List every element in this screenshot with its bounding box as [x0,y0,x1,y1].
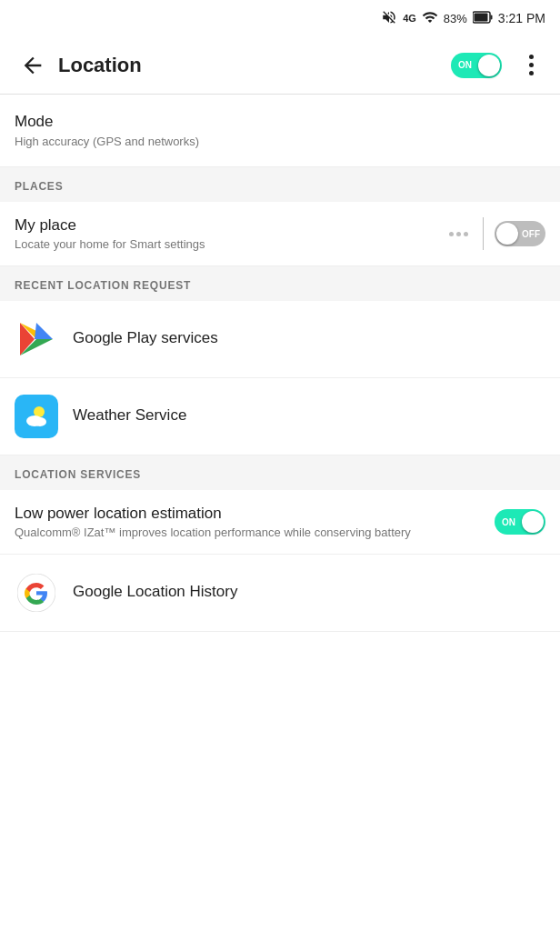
status-icons: 4G 83% 3:21 PM [381,9,545,28]
low-power-location-content: Low power location estimation Qualcomm® … [15,505,480,539]
page-title: Location [58,54,451,77]
divider [483,217,484,250]
google-play-services-item[interactable]: Google Play services [0,301,560,378]
low-power-toggle-thumb [522,511,544,533]
svg-point-6 [27,418,36,425]
menu-dot-1 [529,55,534,59]
low-power-location-item[interactable]: Low power location estimation Qualcomm® … [0,490,560,555]
back-button[interactable] [15,47,51,84]
google-play-services-title: Google Play services [73,329,218,347]
menu-dot-3 [529,71,534,75]
my-place-content: My place Locate your home for Smart sett… [15,216,445,251]
toggle-thumb [478,55,500,76]
my-place-more-button[interactable] [445,228,472,240]
mode-title: Mode [15,113,545,131]
more-dot-2 [456,232,461,236]
google-icon [15,571,58,615]
location-services-section-header: LOCATION SERVICES [0,455,560,490]
signal-icon [422,9,438,28]
my-place-actions: OFF [445,217,545,250]
time-display: 3:21 PM [498,11,545,25]
toggle-on-label: ON [458,60,472,70]
more-dot-3 [464,232,468,236]
svg-rect-2 [490,15,492,19]
my-place-subtitle: Locate your home for Smart settings [15,237,445,251]
status-bar: 4G 83% 3:21 PM [0,0,560,36]
low-power-toggle-label: ON [502,517,515,527]
weather-icon [15,395,58,438]
menu-dot-2 [529,63,534,67]
mode-subtitle: High accuracy (GPS and networks) [15,135,545,148]
low-power-toggle[interactable]: ON [495,509,545,535]
more-dot-1 [449,232,454,236]
battery-icon [473,11,493,26]
my-place-toggle-label: OFF [522,229,540,239]
google-location-history-title: Google Location History [73,583,237,601]
recent-section-header: RECENT LOCATION REQUEST [0,266,560,301]
my-place-toggle[interactable]: OFF [495,221,545,246]
location-main-toggle[interactable]: ON [451,53,502,78]
mute-icon [381,9,397,28]
my-place-title: My place [15,216,445,235]
4g-icon: 4G [403,13,416,24]
weather-service-item[interactable]: Weather Service [0,378,560,455]
low-power-location-title: Low power location estimation [15,505,480,523]
google-location-history-item[interactable]: Google Location History [0,555,560,632]
google-play-icon [15,317,58,361]
svg-rect-1 [474,13,487,21]
my-place-toggle-thumb [496,223,518,245]
app-bar: Location ON [0,36,560,95]
weather-service-title: Weather Service [73,406,186,425]
overflow-menu-button[interactable] [516,51,545,80]
battery-text: 83% [444,12,467,25]
mode-item[interactable]: Mode High accuracy (GPS and networks) [0,95,560,167]
my-place-item[interactable]: My place Locate your home for Smart sett… [0,202,560,266]
low-power-location-subtitle: Qualcomm® IZat™ improves location perfor… [15,526,480,539]
places-section-header: PLACES [0,167,560,202]
